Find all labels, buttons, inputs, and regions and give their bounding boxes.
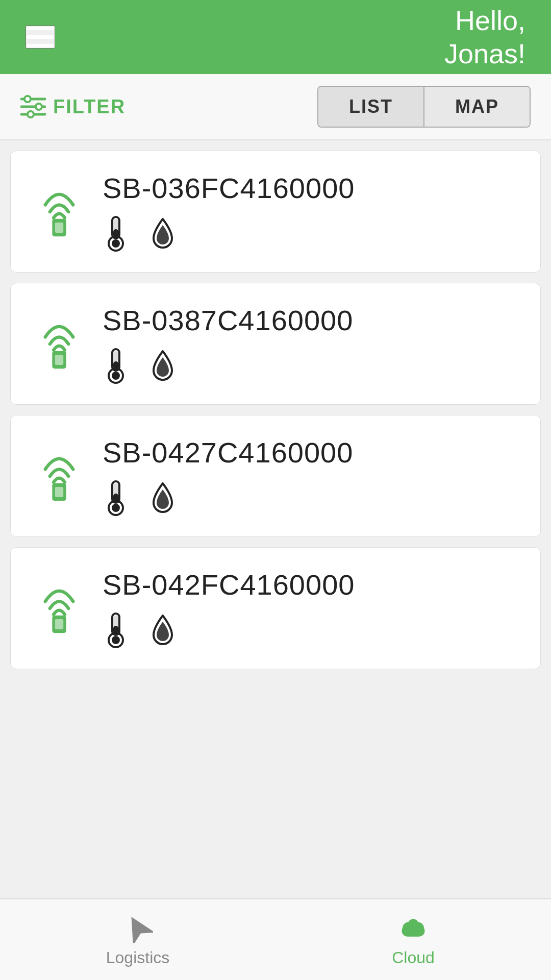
wifi-device-icon — [36, 318, 82, 370]
device-id: SB-042FC4160000 — [103, 568, 355, 601]
svg-rect-31 — [55, 619, 63, 629]
device-sensors — [103, 347, 353, 384]
list-view-button[interactable]: LIST — [318, 87, 424, 127]
device-info: SB-0387C4160000 — [103, 304, 353, 384]
thermometer-icon — [103, 215, 129, 252]
cloud-nav-label: Cloud — [392, 948, 435, 967]
device-wifi-icon-container — [36, 186, 82, 237]
svg-point-3 — [24, 96, 31, 102]
device-info: SB-0427C4160000 — [103, 436, 353, 516]
app-header: Hello, Jonas! — [0, 0, 551, 74]
filter-label: FILTER — [53, 96, 126, 118]
svg-point-36 — [112, 636, 120, 644]
greeting-text: Hello, Jonas! — [444, 4, 525, 70]
svg-rect-23 — [55, 486, 63, 497]
humidity-icon — [149, 614, 176, 647]
device-sensors — [103, 215, 355, 252]
svg-point-20 — [112, 372, 120, 380]
device-wifi-icon-container — [36, 583, 82, 634]
device-card[interactable]: SB-0387C4160000 — [10, 283, 541, 405]
device-info: SB-036FC4160000 — [103, 172, 355, 252]
device-sensors — [103, 611, 355, 648]
svg-point-28 — [112, 504, 120, 512]
humidity-icon — [149, 217, 176, 250]
location-arrow-icon — [122, 913, 153, 943]
filter-button[interactable]: FILTER — [20, 94, 126, 119]
nav-logistics[interactable]: Logistics — [0, 913, 276, 967]
map-view-button[interactable]: MAP — [424, 87, 530, 127]
logistics-nav-label: Logistics — [106, 948, 170, 967]
svg-point-4 — [36, 104, 42, 110]
device-wifi-icon-container — [36, 318, 82, 370]
view-toggle: LIST MAP — [317, 86, 531, 128]
menu-button[interactable] — [26, 26, 55, 48]
thermometer-icon — [103, 611, 129, 648]
toolbar: FILTER LIST MAP — [0, 74, 551, 140]
filter-icon — [20, 94, 46, 119]
device-id: SB-036FC4160000 — [103, 172, 355, 205]
svg-rect-7 — [55, 222, 63, 232]
nav-cloud[interactable]: Cloud — [276, 913, 551, 967]
device-list: SB-036FC4160000 — [0, 140, 551, 898]
thermometer-icon — [103, 479, 129, 516]
svg-rect-15 — [55, 354, 63, 364]
humidity-icon — [149, 481, 176, 514]
device-sensors — [103, 479, 353, 516]
svg-point-12 — [112, 239, 120, 248]
device-id: SB-0427C4160000 — [103, 436, 353, 469]
device-card[interactable]: SB-0427C4160000 — [10, 415, 541, 537]
wifi-device-icon — [36, 583, 82, 634]
device-card[interactable]: SB-036FC4160000 — [10, 151, 541, 273]
device-wifi-icon-container — [36, 451, 82, 502]
device-card[interactable]: SB-042FC4160000 — [10, 547, 541, 669]
bottom-nav: Logistics Cloud — [0, 898, 551, 980]
cloud-icon — [398, 913, 429, 943]
svg-point-5 — [28, 111, 34, 117]
thermometer-icon — [103, 347, 129, 384]
wifi-device-icon — [36, 186, 82, 237]
svg-point-42 — [408, 919, 419, 929]
device-info: SB-042FC4160000 — [103, 568, 355, 648]
humidity-icon — [149, 349, 176, 382]
svg-marker-38 — [122, 913, 153, 943]
wifi-device-icon — [36, 451, 82, 502]
device-id: SB-0387C4160000 — [103, 304, 353, 337]
